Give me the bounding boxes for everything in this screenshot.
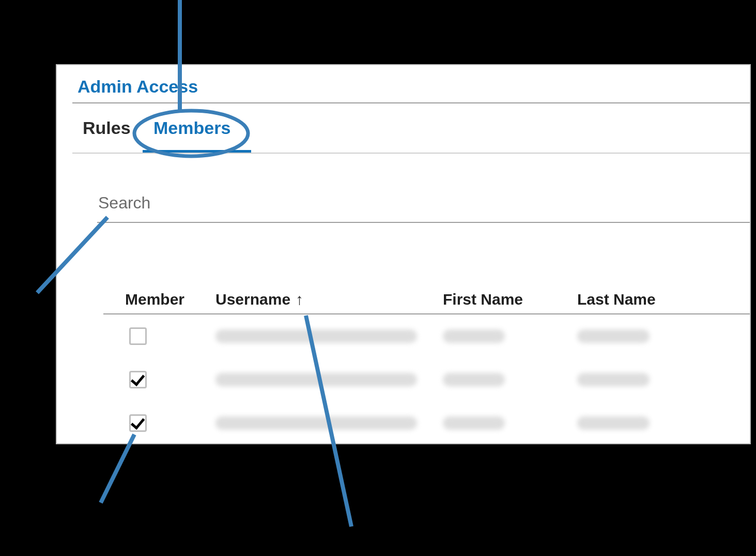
search-placeholder: Search <box>98 193 750 213</box>
username-cell-redacted <box>215 416 417 430</box>
username-cell-redacted <box>215 329 417 343</box>
member-checkbox[interactable] <box>129 414 147 432</box>
search-field[interactable]: Search <box>98 193 750 223</box>
title-divider <box>72 102 750 103</box>
first-name-cell-redacted <box>443 373 505 386</box>
member-checkbox[interactable] <box>129 327 147 345</box>
panel-title: Admin Access <box>78 77 198 97</box>
members-table: Member Username ↑ First Name Last Name <box>103 282 750 444</box>
member-checkbox[interactable] <box>129 371 147 388</box>
table-header-row: Member Username ↑ First Name Last Name <box>103 282 750 308</box>
table-row <box>103 401 750 444</box>
last-name-cell-redacted <box>577 373 650 386</box>
search-underline <box>97 222 750 223</box>
last-name-cell-redacted <box>577 329 650 343</box>
arrow-up-icon: ↑ <box>296 291 303 308</box>
tab-members[interactable]: Members <box>143 113 241 151</box>
tab-bar: Rules Members <box>72 113 295 153</box>
last-name-cell-redacted <box>577 416 650 430</box>
username-cell-redacted <box>215 373 417 386</box>
column-header-username-label: Username <box>215 291 290 308</box>
column-header-last-name[interactable]: Last Name <box>577 291 712 308</box>
first-name-cell-redacted <box>443 416 505 430</box>
tab-rules[interactable]: Rules <box>72 113 141 151</box>
tab-divider <box>72 153 750 154</box>
admin-access-panel: Admin Access Rules Members Search Member… <box>56 64 751 444</box>
column-header-first-name[interactable]: First Name <box>443 291 577 308</box>
column-header-username[interactable]: Username ↑ <box>215 291 443 308</box>
first-name-cell-redacted <box>443 329 505 343</box>
table-row <box>103 358 750 401</box>
table-row <box>103 314 750 358</box>
annotation-line-to-checkbox <box>101 434 134 503</box>
column-header-member[interactable]: Member <box>103 291 215 308</box>
